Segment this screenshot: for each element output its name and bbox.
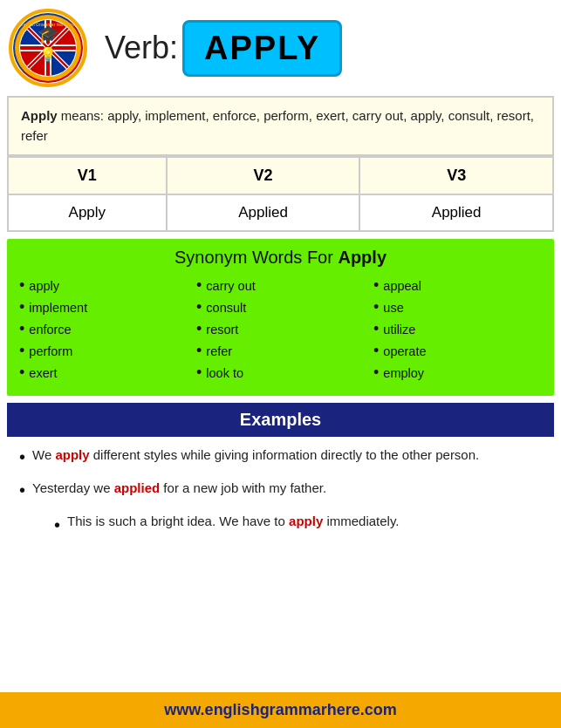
- examples-header: Examples: [7, 403, 554, 437]
- examples-title: Examples: [240, 410, 321, 429]
- example-sub-text: This is such a bright idea. We have to a…: [67, 512, 399, 532]
- synonym-columns: apply implement enforce perform exert ca…: [19, 275, 542, 384]
- logo-inner: 🎓 English Grammar Here.Com 💡: [13, 13, 83, 83]
- logo: 🎓 English Grammar Here.Com 💡: [9, 9, 87, 87]
- synonym-item: use: [373, 296, 542, 318]
- verb-label: Verb:: [105, 30, 178, 66]
- synonym-item: enforce: [19, 318, 188, 340]
- table-header-v3: V3: [359, 157, 553, 194]
- synonym-item: exert: [19, 362, 188, 384]
- table-cell-v2: Applied: [167, 194, 360, 231]
- logo-svg: 🎓 English Grammar Here.Com 💡: [14, 14, 82, 82]
- table-cell-v3: Applied: [359, 194, 553, 231]
- table-header-v2: V2: [167, 157, 360, 194]
- synonym-item: implement: [19, 296, 188, 318]
- table-row: Apply Applied Applied: [8, 194, 553, 231]
- example-post-1: different styles while giving informatio…: [90, 447, 480, 462]
- header-right: Verb: APPLY: [96, 20, 548, 77]
- synonym-col-1: apply implement enforce perform exert: [19, 275, 188, 384]
- footer-url: www.englishgrammarhere.com: [164, 701, 396, 718]
- synonym-item: refer: [196, 340, 365, 362]
- example-post-2: for a new job with my father.: [160, 480, 326, 495]
- synonym-item: carry out: [196, 275, 365, 296]
- synonym-col-3: appeal use utilize operate employ: [373, 275, 542, 384]
- bullet-1: •: [19, 444, 25, 470]
- table-header-v1: V1: [8, 157, 167, 194]
- example-pre-1: We: [32, 447, 55, 462]
- header-section: 🎓 English Grammar Here.Com 💡 Verb: APPLY: [0, 0, 561, 96]
- svg-text:English Grammar Here.Com: English Grammar Here.Com: [19, 22, 78, 27]
- example-highlight-1: apply: [55, 447, 89, 462]
- synonym-item: appeal: [373, 275, 542, 296]
- sub-post: immediately.: [323, 514, 399, 528]
- example-item-1: • We apply different styles while giving…: [19, 446, 542, 470]
- example-sub-item: • This is such a bright idea. We have to…: [54, 512, 542, 538]
- footer: www.englishgrammarhere.com: [0, 692, 561, 728]
- table-cell-v1: Apply: [8, 194, 167, 231]
- synonym-item: employ: [373, 362, 542, 384]
- means-rest: means: apply, implement, enforce, perfor…: [21, 108, 534, 143]
- synonym-col-2: carry out consult resort refer look to: [196, 275, 365, 384]
- means-section: Apply means: apply, implement, enforce, …: [7, 96, 554, 156]
- means-bold: Apply: [21, 108, 58, 123]
- example-item-2: • Yesterday we applied for a new job wit…: [19, 479, 542, 503]
- synonym-title: Synonym Words For Apply: [19, 248, 542, 268]
- synonym-item: apply: [19, 275, 188, 296]
- synonym-item: perform: [19, 340, 188, 362]
- sub-bullet: •: [54, 512, 60, 538]
- example-highlight-2: applied: [114, 480, 161, 495]
- synonym-item: operate: [373, 340, 542, 362]
- sub-highlight: apply: [289, 514, 323, 528]
- examples-body: • We apply different styles while giving…: [7, 437, 554, 552]
- synonym-item: utilize: [373, 318, 542, 340]
- svg-text:💡: 💡: [39, 46, 57, 63]
- example-text-2: Yesterday we applied for a new job with …: [32, 479, 326, 499]
- synonym-item: consult: [196, 296, 365, 318]
- verb-box: APPLY: [182, 20, 342, 77]
- synonym-item: look to: [196, 362, 365, 384]
- synonym-section: Synonym Words For Apply apply implement …: [7, 239, 554, 396]
- means-text: Apply means: apply, implement, enforce, …: [21, 106, 540, 146]
- sub-pre: This is such a bright idea. We have to: [67, 514, 289, 528]
- synonym-title-bold: Apply: [338, 248, 387, 267]
- table-header-row: V1 V2 V3: [8, 157, 553, 194]
- verb-word: APPLY: [204, 30, 320, 66]
- bullet-2: •: [19, 477, 25, 503]
- example-text-1: We apply different styles while giving i…: [32, 446, 479, 466]
- synonym-item: resort: [196, 318, 365, 340]
- synonym-title-plain: Synonym Words For: [174, 248, 338, 267]
- example-pre-2: Yesterday we: [32, 480, 114, 495]
- verb-table: V1 V2 V3 Apply Applied Applied: [7, 156, 554, 232]
